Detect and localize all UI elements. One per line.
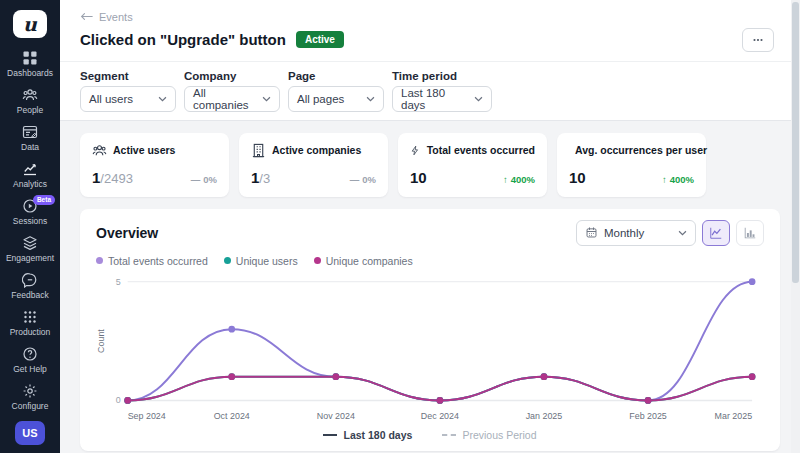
sidebar-item-dashboards[interactable]: Dashboards (0, 46, 60, 83)
legend-label: Total events occurred (108, 255, 208, 267)
legend-item-unique-users[interactable]: Unique users (224, 255, 298, 267)
overview-card: Overview Monthly (80, 209, 780, 451)
sidebar-item-label: Dashboards (7, 68, 53, 78)
dashed-line-sample (442, 434, 456, 436)
page-scrollbar[interactable] (791, 0, 800, 453)
stat-label: Total events occurred (427, 144, 535, 156)
stat-value: 1/2493 (92, 169, 133, 186)
company-label: Company (184, 70, 280, 82)
overview-title: Overview (96, 225, 158, 241)
page-select[interactable]: All pages (288, 86, 384, 112)
analytics-icon (22, 161, 38, 177)
segment-label: Segment (80, 70, 176, 82)
legend-label: Unique users (236, 255, 298, 267)
sidebar-item-label: Get Help (13, 364, 47, 374)
sidebar-item-sessions[interactable]: Beta Sessions (0, 194, 60, 231)
sidebar-item-production[interactable]: Production (0, 305, 60, 342)
stat-value: 1/3 (251, 169, 270, 186)
bar-chart-toggle[interactable] (736, 220, 764, 246)
app-logo[interactable]: u (13, 10, 47, 38)
sidebar-item-label: Analytics (13, 179, 47, 189)
company-select[interactable]: All companies (184, 86, 280, 112)
granularity-control: Monthly (576, 220, 696, 246)
sidebar-item-get-help[interactable]: Get Help (0, 342, 60, 379)
sidebar-item-configure[interactable]: Configure (0, 379, 60, 416)
beta-badge: Beta (33, 195, 55, 206)
stat-card-total-events: Total events occurred 10 ↑400% (398, 133, 547, 197)
sidebar-item-label: Data (21, 142, 39, 152)
company-filter: Company All companies (184, 70, 280, 112)
period-legend: Last 180 days Previous Period (96, 429, 764, 441)
sidebar-item-label: Sessions (13, 216, 48, 226)
back-link[interactable]: Events (80, 11, 133, 23)
line-chart-toggle[interactable] (702, 220, 730, 246)
sidebar-item-engagement[interactable]: Engagement (0, 231, 60, 268)
feedback-icon (22, 272, 38, 288)
segment-select[interactable]: All users (80, 86, 176, 112)
main-area: Events Clicked on "Upgrade" button Activ… (60, 0, 800, 453)
legend-item-total-events[interactable]: Total events occurred (96, 255, 208, 267)
legend-label: Last 180 days (343, 429, 412, 441)
svg-text:Sep 2024: Sep 2024 (128, 411, 166, 421)
filter-bar: Segment All users Company All companies … (60, 62, 800, 121)
content-area: Active users 1/2493 —0% Active companies… (60, 121, 800, 453)
grid-dots-icon (22, 309, 38, 325)
back-label: Events (99, 11, 133, 23)
time-period-value: Last 180 days (401, 87, 468, 111)
time-period-select[interactable]: Last 180 days (392, 86, 492, 112)
chart-area: 05CountSep 2024Oct 2024Nov 2024Dec 2024J… (96, 269, 764, 427)
segment-filter: Segment All users (80, 70, 176, 112)
users-icon (92, 143, 107, 158)
sidebar-item-label: Engagement (6, 253, 54, 263)
svg-text:Jan 2025: Jan 2025 (526, 411, 563, 421)
sidebar-item-people[interactable]: People (0, 83, 60, 120)
svg-text:Dec 2024: Dec 2024 (421, 411, 459, 421)
legend-dot (314, 257, 321, 264)
stat-card-avg-occurrences: Avg. occurrences per user 10 ↑400% (557, 133, 706, 197)
sidebar-item-data[interactable]: Data (0, 120, 60, 157)
page-label: Page (288, 70, 384, 82)
scrollbar-thumb[interactable] (792, 2, 799, 283)
stat-denominator: /3 (259, 171, 270, 186)
dashboards-icon (22, 50, 38, 66)
ellipsis-icon (751, 33, 765, 47)
people-icon (22, 87, 38, 103)
gear-icon (22, 383, 38, 399)
svg-text:Nov 2024: Nov 2024 (317, 411, 355, 421)
sidebar-item-label: Feedback (11, 290, 48, 300)
segment-value: All users (89, 93, 152, 105)
sidebar-item-label: People (17, 105, 43, 115)
line-chart-icon (709, 226, 723, 240)
sidebar-item-feedback[interactable]: Feedback (0, 268, 60, 305)
bar-chart-icon (743, 226, 757, 240)
solid-line-sample (323, 434, 337, 436)
chevron-down-icon (678, 230, 687, 236)
svg-text:0: 0 (116, 395, 121, 405)
legend-item-current-period[interactable]: Last 180 days (323, 429, 412, 441)
granularity-value: Monthly (604, 227, 672, 239)
svg-text:Mar 2025: Mar 2025 (715, 411, 753, 421)
user-avatar[interactable]: US (15, 421, 45, 445)
legend-item-unique-companies[interactable]: Unique companies (314, 255, 413, 267)
stat-change: —0% (350, 174, 376, 185)
more-menu-button[interactable] (742, 28, 774, 52)
svg-text:5: 5 (116, 276, 121, 286)
granularity-select[interactable]: Monthly (576, 220, 696, 246)
time-period-filter: Time period Last 180 days (392, 70, 492, 112)
sidebar-item-label: Configure (12, 401, 49, 411)
stat-value: 10 (410, 169, 427, 186)
stat-label: Active users (113, 144, 175, 156)
legend-item-previous-period[interactable]: Previous Period (442, 429, 536, 441)
svg-text:Feb 2025: Feb 2025 (629, 411, 667, 421)
page-value: All pages (297, 93, 360, 105)
stat-change: —0% (191, 174, 217, 185)
lightning-icon (410, 143, 421, 158)
page-title: Clicked on "Upgrade" button (80, 31, 286, 48)
legend-label: Unique companies (326, 255, 413, 267)
layers-icon (22, 235, 38, 251)
stat-card-active-users: Active users 1/2493 —0% (80, 133, 229, 197)
page-filter: Page All pages (288, 70, 384, 112)
help-icon (22, 346, 38, 362)
sidebar-item-analytics[interactable]: Analytics (0, 157, 60, 194)
stats-row: Active users 1/2493 —0% Active companies… (80, 133, 780, 197)
